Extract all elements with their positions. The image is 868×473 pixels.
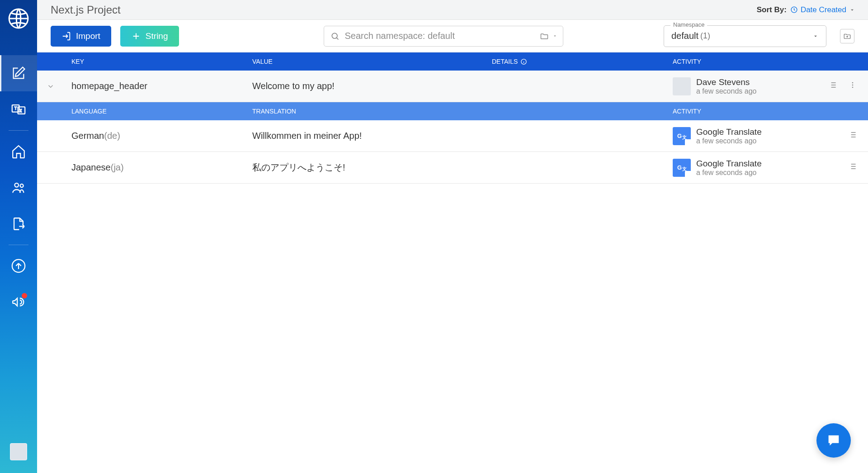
caret-down-icon [812,33,819,39]
row-actions [815,71,868,102]
activity-author: Dave Stevens [696,77,756,87]
translation-subheader: LANGUAGE TRANSLATION ACTIVITY [37,102,868,120]
search-namespace[interactable] [324,26,563,47]
toolbar: Import String Namespace default (1) [37,20,868,52]
sidebar-item-team[interactable] [0,170,37,206]
notification-badge [22,293,27,298]
sidebar-item-export[interactable] [0,206,37,242]
column-activity[interactable]: ACTIVITY [665,52,815,71]
key-cell[interactable]: homepage_header [64,71,245,102]
google-translate-icon: G文 [673,159,691,177]
sidebar-divider [9,245,28,245]
namespace-field-label: Namespace [670,21,707,28]
svg-point-4 [20,184,24,187]
sidebar-item-languages[interactable] [0,91,37,128]
sidebar-divider [9,130,28,131]
sort-by-dropdown[interactable]: Date Created [790,5,855,14]
import-icon [61,31,71,41]
search-input[interactable] [324,26,540,46]
namespace-select[interactable]: Namespace default (1) [664,25,826,47]
list-icon[interactable] [848,162,857,173]
translation-cell[interactable]: Willkommen in meiner App! [245,120,665,151]
subcolumn-language: LANGUAGE [64,102,245,120]
info-icon [520,58,527,65]
chat-button[interactable] [816,423,851,458]
sidebar-item-announcements[interactable] [0,284,37,320]
sort-by-value: Date Created [801,5,846,14]
more-menu[interactable] [848,80,857,92]
table-header: KEY VALUE DETAILS ACTIVITY [37,52,868,71]
row-actions [815,120,868,151]
user-avatar-small [673,77,691,95]
search-icon [330,32,340,41]
column-value[interactable]: VALUE [245,52,485,71]
sidebar-item-upload[interactable] [0,248,37,284]
caret-down-icon[interactable] [552,33,557,38]
add-string-button[interactable]: String [120,26,179,47]
add-namespace-button[interactable] [840,29,854,43]
user-avatar[interactable] [10,443,27,460]
activity-author: Google Translate [696,159,762,169]
sidebar-item-home[interactable] [0,133,37,170]
subcolumn-translation: TRANSLATION [245,102,665,120]
chat-icon [826,433,841,448]
expand-toggle[interactable] [37,71,64,102]
translation-row: German (de) Willkommen in meiner App! G文… [37,120,868,152]
svg-point-3 [15,183,19,187]
column-details[interactable]: DETAILS [485,52,665,71]
activity-time: a few seconds ago [696,169,762,177]
sidebar-item-edit[interactable] [0,55,37,91]
page-header: Next.js Project Sort By: Date Created [37,0,868,20]
folder-plus-icon [843,32,851,40]
svg-point-9 [852,82,854,84]
import-button[interactable]: Import [51,26,111,47]
strings-table: KEY VALUE DETAILS ACTIVITY homepage_head… [37,52,868,473]
details-cell [485,71,665,102]
svg-point-10 [852,85,854,86]
project-title: Next.js Project [51,4,121,16]
activity-time: a few seconds ago [696,87,756,95]
namespace-value: default [671,31,698,41]
activity-cell: G文 Google Translate a few seconds ago [665,152,815,183]
language-cell[interactable]: German (de) [64,120,245,151]
app-logo[interactable] [7,7,30,30]
svg-point-11 [852,87,854,88]
table-row: homepage_header Welcome to my app! Dave … [37,71,868,102]
clock-icon [790,6,798,14]
list-icon[interactable] [828,80,837,92]
language-cell[interactable]: Japanese (ja) [64,152,245,183]
activity-time: a few seconds ago [696,137,762,145]
translation-cell[interactable]: 私のアプリへようこそ! [245,152,665,183]
caret-down-icon [849,7,855,13]
sidebar [0,0,37,473]
value-cell[interactable]: Welcome to my app! [245,71,485,102]
sort-by-label: Sort By: [757,5,787,14]
svg-point-7 [332,33,337,38]
chevron-down-icon [47,82,55,90]
folder-icon[interactable] [540,32,549,41]
activity-author: Google Translate [696,127,762,137]
subcolumn-activity: ACTIVITY [665,102,815,120]
row-actions [815,152,868,183]
activity-cell: G文 Google Translate a few seconds ago [665,120,815,151]
list-icon[interactable] [848,130,857,142]
plus-icon [131,31,141,41]
import-button-label: Import [76,31,100,41]
google-translate-icon: G文 [673,127,691,145]
column-key[interactable]: KEY [64,52,245,71]
translation-row: Japanese (ja) 私のアプリへようこそ! G文 Google Tran… [37,152,868,184]
add-string-button-label: String [146,31,168,41]
activity-cell: Dave Stevens a few seconds ago [665,71,815,102]
namespace-count: (1) [700,31,710,41]
